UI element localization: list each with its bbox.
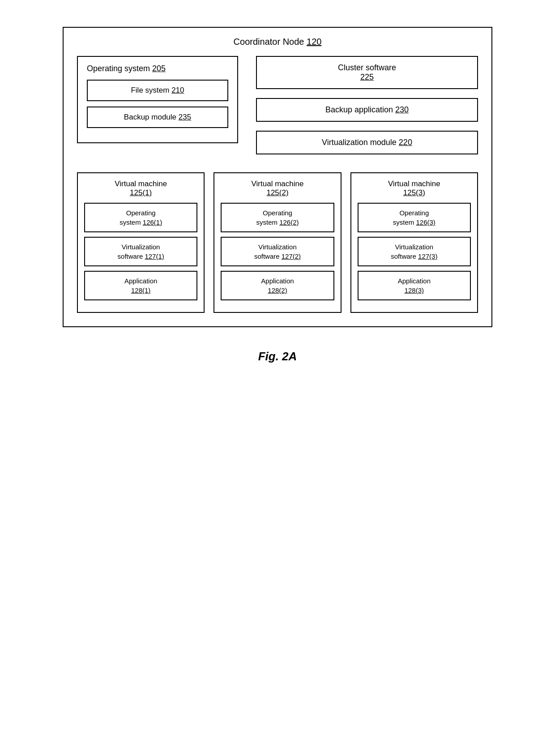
- cluster-software-number: 225: [360, 73, 374, 81]
- vm2-box: Virtual machine 125(2) Operatingsystem 1…: [213, 172, 341, 313]
- vm2-app-label: Application: [261, 277, 294, 285]
- os-title-number: 205: [152, 64, 166, 73]
- backup-module-number: 235: [179, 113, 191, 121]
- backup-module-label: Backup module: [124, 113, 176, 121]
- diagram-container: Coordinator Node 120 Operating system 20…: [63, 27, 492, 327]
- coordinator-label: Coordinator Node 120: [77, 37, 478, 47]
- vm2-os-box: Operatingsystem 126(2): [221, 203, 334, 232]
- top-section: Operating system 205 File system 210 Bac…: [77, 56, 478, 154]
- vm1-app-box: Application 128(1): [84, 271, 197, 300]
- vm3-os-box: Operatingsystem 126(3): [358, 203, 471, 232]
- backup-application-box: Backup application 230: [256, 98, 478, 122]
- os-box: Operating system 205 File system 210 Bac…: [77, 56, 238, 143]
- vm1-virt-number: 127(1): [145, 252, 164, 260]
- fig-label: Fig. 2A: [258, 350, 297, 363]
- vm1-box: Virtual machine 125(1) Operatingsystem 1…: [77, 172, 205, 313]
- vm1-app-number: 128(1): [131, 286, 150, 294]
- vm1-title-number: 125(1): [130, 188, 152, 197]
- page-wrapper: Coordinator Node 120 Operating system 20…: [0, 0, 555, 756]
- vm3-box: Virtual machine 125(3) Operatingsystem 1…: [350, 172, 478, 313]
- file-system-box: File system 210: [87, 80, 228, 101]
- cluster-software-box: Cluster software 225: [256, 56, 478, 89]
- vm1-app-label: Application: [124, 277, 157, 285]
- vm2-virt-number: 127(2): [282, 252, 301, 260]
- vm1-virt-box: Virtualizationsoftware 127(1): [84, 237, 197, 266]
- vm2-os-number: 126(2): [279, 218, 299, 226]
- vm2-app-number: 128(2): [268, 286, 287, 294]
- coordinator-text: Coordinator Node: [234, 37, 304, 47]
- vm3-virt-number: 127(3): [418, 252, 437, 260]
- vm1-os-number: 126(1): [143, 218, 162, 226]
- backup-application-label: Backup application: [325, 105, 393, 114]
- vm2-title-text: Virtual machine: [252, 179, 304, 188]
- vm2-title-number: 125(2): [266, 188, 288, 197]
- vm2-title: Virtual machine 125(2): [221, 179, 334, 197]
- virtualization-module-label: Virtualization module: [322, 138, 397, 147]
- right-column: Cluster software 225 Backup application …: [256, 56, 478, 154]
- file-system-label: File system: [131, 86, 169, 94]
- virtualization-module-box: Virtualization module 220: [256, 131, 478, 154]
- os-title: Operating system 205: [87, 64, 228, 73]
- vm1-title: Virtual machine 125(1): [84, 179, 197, 197]
- vm3-title: Virtual machine 125(3): [358, 179, 471, 197]
- backup-application-number: 230: [395, 105, 409, 114]
- os-title-text: Operating system: [87, 64, 150, 73]
- vm3-os-number: 126(3): [416, 218, 435, 226]
- bottom-section: Virtual machine 125(1) Operatingsystem 1…: [77, 172, 478, 313]
- vm3-title-number: 125(3): [403, 188, 425, 197]
- vm2-virt-box: Virtualizationsoftware 127(2): [221, 237, 334, 266]
- vm3-title-text: Virtual machine: [388, 179, 440, 188]
- vm2-app-box: Application 128(2): [221, 271, 334, 300]
- vm3-app-box: Application 128(3): [358, 271, 471, 300]
- coordinator-number: 120: [307, 37, 321, 47]
- vm1-os-box: Operatingsystem 126(1): [84, 203, 197, 232]
- backup-module-box: Backup module 235: [87, 107, 228, 128]
- file-system-number: 210: [171, 86, 184, 94]
- virtualization-module-number: 220: [399, 138, 412, 147]
- vm3-app-number: 128(3): [405, 286, 424, 294]
- vm3-virt-box: Virtualizationsoftware 127(3): [358, 237, 471, 266]
- vm3-app-label: Application: [398, 277, 431, 285]
- vm1-title-text: Virtual machine: [115, 179, 167, 188]
- cluster-software-label: Cluster software: [338, 63, 396, 72]
